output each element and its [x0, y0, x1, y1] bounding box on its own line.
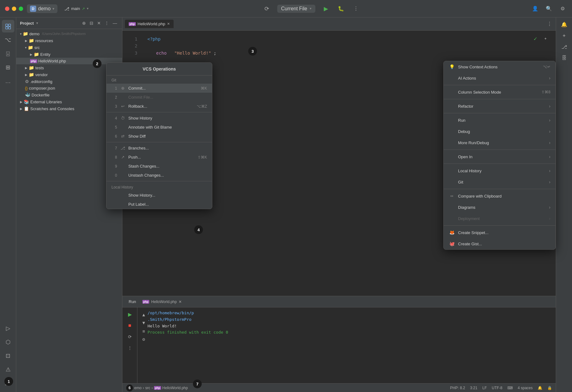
vcs-item-branches[interactable]: 7 ⎇ Branches... — [106, 144, 212, 153]
run-file-close-icon[interactable]: ✕ — [179, 300, 182, 304]
actions-item-debug[interactable]: Debug › — [444, 126, 555, 137]
run-tab-file[interactable]: php HelloWorld.php ✕ — [142, 300, 182, 304]
sidebar-item-refactor[interactable]: ⍗ — [2, 47, 14, 60]
svg-rect-0 — [6, 24, 8, 26]
breadcrumb: 6 emo › src › php HelloWorld.php — [126, 385, 446, 391]
arrow-right-icon: › — [549, 205, 550, 210]
tree-item-demo[interactable]: ▾ 📁 demo /Users/John.Smith/Phpstorm — [16, 30, 122, 37]
sidebar-add-icon[interactable]: ⊕ — [81, 20, 87, 26]
tree-item-entity[interactable]: ▶ 📁 Entity — [16, 51, 122, 58]
run-down-icon: ▼ — [142, 319, 145, 326]
actions-item-diagrams[interactable]: Diagrams › — [444, 202, 555, 213]
sidebar-item-more[interactable]: … — [2, 75, 14, 87]
tab-php-icon: php — [129, 22, 136, 26]
ai-icon — [449, 75, 455, 81]
run-panel-tabs: Run php HelloWorld.php ✕ — [122, 296, 556, 307]
vcs-item-num: 3 — [111, 104, 117, 109]
search-everywhere-icon[interactable]: 🔍 — [545, 4, 553, 13]
actions-item-create-gist[interactable]: 🐙 Create Gist... — [444, 238, 555, 249]
actions-item-create-snippet[interactable]: 🦊 Create Snippet... — [444, 227, 555, 238]
sidebar-item-terminal[interactable]: ⊡ — [2, 350, 14, 362]
sidebar-close-icon[interactable]: ✕ — [96, 20, 102, 26]
run-icon-column: ▲ ▼ ≡ ⚙ — [142, 310, 145, 343]
actions-item-run[interactable]: Run › — [444, 115, 555, 126]
collab-icon[interactable]: 👤 — [531, 4, 540, 13]
chevron-right-icon: ▶ — [30, 53, 32, 56]
debug-icon — [449, 128, 455, 135]
tree-item-helloworld[interactable]: php HelloWorld.php — [16, 58, 122, 64]
sidebar-minimize-icon[interactable]: — — [111, 20, 118, 26]
vcs-item-show-diff[interactable]: 6 ⇄ Show Diff — [106, 132, 212, 141]
sidebar-more-icon[interactable]: ⋮ — [103, 20, 110, 26]
actions-shortcut: ⌥↵ — [543, 65, 550, 69]
actions-item-git[interactable]: Git › — [444, 176, 555, 188]
vcs-item-show-history-local[interactable]: Show History... — [106, 191, 212, 200]
vcs-item-commit[interactable]: 1 ⊕ Commit... ⌘K — [106, 84, 212, 93]
actions-item-compare-clipboard[interactable]: ⇔ Compare with Clipboard — [444, 190, 555, 202]
vcs-item-annotate[interactable]: 5 Annotate with Git Blame — [106, 123, 212, 132]
actions-item-label: Refactor — [458, 104, 546, 109]
sidebar-item-problems[interactable]: ⚠ — [2, 363, 14, 376]
actions-item-local-history[interactable]: Local History › — [444, 165, 555, 176]
vcs-divider — [106, 112, 212, 112]
actions-item-context[interactable]: 💡 Show Context Actions ⌥↵ — [444, 61, 555, 72]
actions-item-label: Compare with Clipboard — [458, 194, 550, 198]
debug-button[interactable]: 🐛 — [337, 4, 345, 13]
maximize-button[interactable] — [19, 7, 23, 11]
run-rerun-icon[interactable]: ⟳ — [126, 332, 134, 341]
more-actions-button[interactable]: ⋮ — [352, 4, 360, 13]
run-stop-button[interactable]: ■ — [126, 321, 134, 330]
run-config-selector[interactable]: Current File ▾ — [277, 5, 315, 13]
vcs-item-put-label[interactable]: Put Label... — [106, 200, 212, 209]
close-button[interactable] — [5, 7, 9, 11]
wand-icon: ✦ — [544, 34, 547, 42]
vcs-item-push[interactable]: 8 ↗ Push... ⇧⌘K — [106, 153, 212, 162]
breadcrumb-src: src — [145, 386, 150, 390]
sidebar-item-run[interactable]: ▷ — [2, 322, 14, 335]
settings-icon[interactable]: ⚙ — [558, 4, 567, 13]
vcs-item-show-history[interactable]: 4 ⏱ Show History — [106, 114, 212, 123]
sidebar-item-plugins[interactable]: ⊞ — [2, 61, 14, 74]
tree-item-src[interactable]: ▾ 📁 src — [16, 44, 122, 51]
right-panel-db-icon[interactable]: 🗄 — [560, 54, 569, 62]
actions-item-more-run[interactable]: More Run/Debug › — [444, 137, 555, 148]
actions-item-column[interactable]: Column Selection Mode ⇧⌘8 — [444, 86, 555, 98]
editor-tab-helloworld[interactable]: php HelloWorld.php ✕ — [125, 20, 174, 28]
tree-item-label: Scratches and Consoles — [30, 106, 74, 111]
local-history-icon — [449, 168, 455, 174]
folder-icon: 📁 — [34, 52, 39, 57]
sidebar-collapse-icon[interactable]: ⊟ — [88, 20, 95, 26]
actions-item-ai[interactable]: AI Actions › — [444, 72, 555, 84]
actions-item-refactor[interactable]: Refactor › — [444, 100, 555, 112]
tree-item-resources[interactable]: ▶ 📁 resources — [16, 37, 122, 44]
line-number: 1 — [130, 36, 137, 42]
vcs-item-stash[interactable]: 9 Stash Changes... — [106, 162, 212, 171]
minimize-button[interactable] — [12, 7, 16, 11]
run-play-button[interactable]: ▶ — [126, 310, 134, 319]
right-panel-notifications-icon[interactable]: 🔔 — [560, 20, 569, 29]
run-output: ▲ ▼ ≡ ⚙ /opt/homebrew/bin/p .Smith/Phpst… — [137, 307, 556, 383]
vcs-shortcut: ⇧⌘K — [198, 155, 207, 159]
sidebar-item-project[interactable] — [2, 20, 14, 32]
actions-item-open-in[interactable]: Open In › — [444, 151, 555, 162]
php-version: PHP: 8.2 — [450, 386, 465, 390]
right-panel-wand-icon[interactable]: ✦ — [560, 31, 569, 40]
vcs-widget-icon[interactable]: ⟳ — [262, 4, 271, 13]
run-button[interactable]: ▶ — [322, 4, 330, 13]
tab-more-icon[interactable]: ⋮ — [546, 20, 553, 28]
tab-close-icon[interactable]: ✕ — [167, 22, 170, 26]
gitlab-icon: 🦊 — [449, 229, 455, 236]
chevron-right-icon: ▶ — [25, 66, 27, 70]
branch-selector[interactable]: ⎇ main ↗ ▾ — [61, 5, 92, 12]
vcs-item-unstash[interactable]: 0 Unstash Changes... — [106, 171, 212, 180]
sidebar-item-vcs[interactable]: ⌥ — [2, 34, 14, 46]
right-panel-git-icon[interactable]: ⎇ — [560, 42, 569, 51]
vcs-item-rollback[interactable]: 3 ↩ Rollback... ⌥⌘Z — [106, 102, 212, 111]
project-selector[interactable]: D demo ▾ — [27, 4, 57, 13]
sidebar-item-debug[interactable]: ⬡ — [2, 336, 14, 348]
run-more-icon[interactable]: ⋮ — [126, 344, 134, 352]
project-name: demo — [38, 6, 51, 12]
vcs-item-num: 0 — [111, 173, 117, 178]
project-icon-svg — [5, 23, 11, 29]
run-tab[interactable]: Run — [126, 298, 139, 305]
